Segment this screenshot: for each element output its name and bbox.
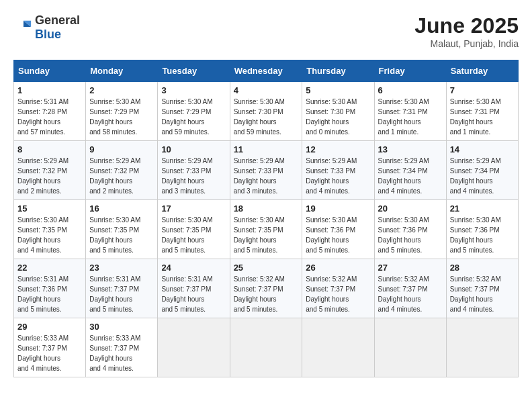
- day-info: Sunrise: 5:29 AMSunset: 7:33 PMDaylight …: [306, 156, 370, 196]
- day-info: Sunrise: 5:33 AMSunset: 7:37 PMDaylight …: [17, 333, 82, 373]
- table-row: [446, 318, 518, 377]
- day-info: Sunrise: 5:31 AMSunset: 7:37 PMDaylight …: [89, 274, 154, 314]
- day-info: Sunrise: 5:32 AMSunset: 7:37 PMDaylight …: [450, 274, 515, 314]
- calendar-week-row: 8Sunrise: 5:29 AMSunset: 7:32 PMDaylight…: [14, 141, 519, 200]
- table-row: 13Sunrise: 5:29 AMSunset: 7:34 PMDayligh…: [374, 141, 446, 200]
- table-row: [158, 318, 230, 377]
- calendar-table: Sunday Monday Tuesday Wednesday Thursday…: [13, 60, 519, 377]
- table-row: 30Sunrise: 5:33 AMSunset: 7:37 PMDayligh…: [86, 318, 158, 377]
- day-info: Sunrise: 5:30 AMSunset: 7:30 PMDaylight …: [306, 97, 370, 137]
- day-info: Sunrise: 5:30 AMSunset: 7:29 PMDaylight …: [89, 97, 154, 137]
- day-number: 14: [450, 144, 515, 154]
- header-saturday: Saturday: [446, 60, 518, 82]
- table-row: [302, 318, 374, 377]
- logo-text: General Blue: [35, 13, 80, 42]
- day-number: 21: [450, 203, 515, 214]
- day-info: Sunrise: 5:30 AMSunset: 7:35 PMDaylight …: [89, 215, 154, 255]
- day-number: 8: [17, 144, 82, 154]
- title-block: June 2025 Malaut, Punjab, India: [414, 13, 519, 49]
- table-row: 8Sunrise: 5:29 AMSunset: 7:32 PMDaylight…: [14, 141, 86, 200]
- logo-icon: [13, 18, 32, 37]
- location-title: Malaut, Punjab, India: [414, 38, 519, 49]
- calendar-week-row: 22Sunrise: 5:31 AMSunset: 7:36 PMDayligh…: [14, 259, 519, 318]
- day-info: Sunrise: 5:30 AMSunset: 7:35 PMDaylight …: [161, 215, 226, 255]
- day-number: 29: [17, 322, 82, 332]
- table-row: 27Sunrise: 5:32 AMSunset: 7:37 PMDayligh…: [374, 259, 446, 318]
- day-info: Sunrise: 5:32 AMSunset: 7:37 PMDaylight …: [306, 274, 370, 314]
- weekday-header-row: Sunday Monday Tuesday Wednesday Thursday…: [14, 60, 519, 82]
- day-number: 15: [17, 203, 82, 214]
- day-info: Sunrise: 5:31 AMSunset: 7:37 PMDaylight …: [161, 274, 226, 314]
- day-info: Sunrise: 5:29 AMSunset: 7:34 PMDaylight …: [378, 156, 443, 196]
- day-number: 23: [89, 263, 154, 273]
- calendar-week-row: 15Sunrise: 5:30 AMSunset: 7:35 PMDayligh…: [14, 200, 519, 259]
- table-row: 26Sunrise: 5:32 AMSunset: 7:37 PMDayligh…: [302, 259, 374, 318]
- logo: General Blue: [13, 13, 80, 42]
- day-info: Sunrise: 5:31 AMSunset: 7:36 PMDaylight …: [17, 274, 82, 314]
- day-info: Sunrise: 5:30 AMSunset: 7:36 PMDaylight …: [306, 215, 370, 255]
- table-row: 5Sunrise: 5:30 AMSunset: 7:30 PMDaylight…: [302, 82, 374, 141]
- day-number: 13: [378, 144, 443, 154]
- header-tuesday: Tuesday: [158, 60, 230, 82]
- day-info: Sunrise: 5:29 AMSunset: 7:33 PMDaylight …: [234, 156, 299, 196]
- table-row: 28Sunrise: 5:32 AMSunset: 7:37 PMDayligh…: [446, 259, 518, 318]
- table-row: [374, 318, 446, 377]
- day-number: 7: [450, 85, 515, 95]
- header-sunday: Sunday: [14, 60, 86, 82]
- table-row: [230, 318, 302, 377]
- day-info: Sunrise: 5:30 AMSunset: 7:35 PMDaylight …: [234, 215, 299, 255]
- table-row: 2Sunrise: 5:30 AMSunset: 7:29 PMDaylight…: [86, 82, 158, 141]
- header-friday: Friday: [374, 60, 446, 82]
- table-row: 20Sunrise: 5:30 AMSunset: 7:36 PMDayligh…: [374, 200, 446, 259]
- page-header: General Blue June 2025 Malaut, Punjab, I…: [13, 13, 519, 49]
- table-row: 4Sunrise: 5:30 AMSunset: 7:30 PMDaylight…: [230, 82, 302, 141]
- day-number: 2: [89, 85, 154, 95]
- calendar-week-row: 1Sunrise: 5:31 AMSunset: 7:28 PMDaylight…: [14, 82, 519, 141]
- day-number: 24: [161, 263, 226, 273]
- table-row: 24Sunrise: 5:31 AMSunset: 7:37 PMDayligh…: [158, 259, 230, 318]
- table-row: 3Sunrise: 5:30 AMSunset: 7:29 PMDaylight…: [158, 82, 230, 141]
- table-row: 21Sunrise: 5:30 AMSunset: 7:36 PMDayligh…: [446, 200, 518, 259]
- day-number: 19: [306, 203, 370, 214]
- day-number: 10: [161, 144, 226, 154]
- day-info: Sunrise: 5:30 AMSunset: 7:35 PMDaylight …: [17, 215, 82, 255]
- table-row: 25Sunrise: 5:32 AMSunset: 7:37 PMDayligh…: [230, 259, 302, 318]
- table-row: 16Sunrise: 5:30 AMSunset: 7:35 PMDayligh…: [86, 200, 158, 259]
- day-info: Sunrise: 5:30 AMSunset: 7:31 PMDaylight …: [450, 97, 515, 137]
- table-row: 7Sunrise: 5:30 AMSunset: 7:31 PMDaylight…: [446, 82, 518, 141]
- table-row: 10Sunrise: 5:29 AMSunset: 7:33 PMDayligh…: [158, 141, 230, 200]
- day-info: Sunrise: 5:30 AMSunset: 7:31 PMDaylight …: [378, 97, 443, 137]
- table-row: 14Sunrise: 5:29 AMSunset: 7:34 PMDayligh…: [446, 141, 518, 200]
- day-number: 11: [234, 144, 299, 154]
- day-number: 4: [234, 85, 299, 95]
- table-row: 18Sunrise: 5:30 AMSunset: 7:35 PMDayligh…: [230, 200, 302, 259]
- table-row: 15Sunrise: 5:30 AMSunset: 7:35 PMDayligh…: [14, 200, 86, 259]
- header-monday: Monday: [86, 60, 158, 82]
- table-row: 11Sunrise: 5:29 AMSunset: 7:33 PMDayligh…: [230, 141, 302, 200]
- day-number: 22: [17, 263, 82, 273]
- day-number: 6: [378, 85, 443, 95]
- month-title: June 2025: [414, 13, 519, 38]
- logo-blue: Blue: [35, 28, 61, 41]
- day-number: 30: [89, 322, 154, 332]
- day-number: 28: [450, 263, 515, 273]
- day-info: Sunrise: 5:32 AMSunset: 7:37 PMDaylight …: [378, 274, 443, 314]
- calendar-week-row: 29Sunrise: 5:33 AMSunset: 7:37 PMDayligh…: [14, 318, 519, 377]
- day-info: Sunrise: 5:29 AMSunset: 7:32 PMDaylight …: [17, 156, 82, 196]
- logo-general: General: [35, 13, 80, 27]
- table-row: 22Sunrise: 5:31 AMSunset: 7:36 PMDayligh…: [14, 259, 86, 318]
- day-info: Sunrise: 5:30 AMSunset: 7:29 PMDaylight …: [161, 97, 226, 137]
- day-number: 9: [89, 144, 154, 154]
- table-row: 12Sunrise: 5:29 AMSunset: 7:33 PMDayligh…: [302, 141, 374, 200]
- day-number: 17: [161, 203, 226, 214]
- day-number: 12: [306, 144, 370, 154]
- day-number: 5: [306, 85, 370, 95]
- day-info: Sunrise: 5:30 AMSunset: 7:36 PMDaylight …: [378, 215, 443, 255]
- day-number: 25: [234, 263, 299, 273]
- day-info: Sunrise: 5:30 AMSunset: 7:30 PMDaylight …: [234, 97, 299, 137]
- table-row: 29Sunrise: 5:33 AMSunset: 7:37 PMDayligh…: [14, 318, 86, 377]
- table-row: 9Sunrise: 5:29 AMSunset: 7:32 PMDaylight…: [86, 141, 158, 200]
- day-number: 26: [306, 263, 370, 273]
- table-row: 6Sunrise: 5:30 AMSunset: 7:31 PMDaylight…: [374, 82, 446, 141]
- day-info: Sunrise: 5:30 AMSunset: 7:36 PMDaylight …: [450, 215, 515, 255]
